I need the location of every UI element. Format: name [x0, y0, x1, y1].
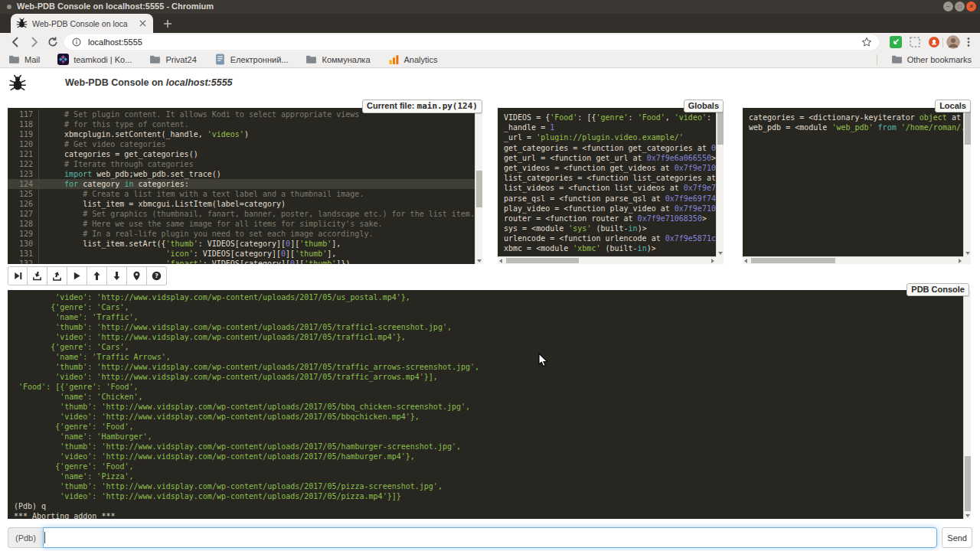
- pdb-prompt-label: (Pdb): [8, 527, 43, 548]
- console-line: {'genre': 'Cars',: [14, 302, 963, 312]
- console-panel-label: PDB Console: [906, 283, 969, 296]
- bookmark-item[interactable]: Коммуналка: [305, 54, 370, 65]
- locals-vscrollbar-thumb[interactable]: [965, 109, 971, 145]
- variable-line: web_pdb = <module 'web_pdb' from '/home/…: [743, 122, 963, 132]
- bookmark-label: Коммуналка: [322, 55, 370, 64]
- source-scrollbar-thumb[interactable]: [476, 171, 482, 207]
- tab-close-icon[interactable]: [137, 18, 148, 29]
- close-window-button[interactable]: ✕: [966, 2, 976, 11]
- variable-line: router = <function router at 0x7f9e71068…: [498, 214, 716, 223]
- other-bookmarks-label: Other bookmarks: [907, 55, 972, 64]
- extension-red-circle-icon[interactable]: [928, 36, 940, 48]
- scroll-right-icon[interactable]: [959, 259, 962, 263]
- bookmark-item[interactable]: Privat24: [149, 54, 196, 65]
- maximize-button[interactable]: □: [955, 2, 965, 11]
- where-button[interactable]: [127, 266, 147, 285]
- bookmark-item[interactable]: Analytics: [388, 54, 438, 65]
- scroll-down-icon[interactable]: [965, 252, 970, 255]
- scroll-right-icon[interactable]: [711, 259, 714, 263]
- line-number: 122: [8, 159, 39, 169]
- console-line: 'video': 'http://www.vidsplay.com/wp-con…: [14, 491, 963, 501]
- bookmark-label: Analytics: [404, 55, 438, 64]
- current-file-name: main.py(124): [417, 101, 478, 111]
- variable-line: xbmc = <module 'xbmc' (built-in)>: [498, 243, 716, 253]
- next-button[interactable]: [8, 266, 28, 285]
- profile-avatar[interactable]: [946, 35, 960, 49]
- console-line: 'thumb': 'http://www.vidsplay.com/wp-con…: [14, 362, 963, 372]
- minimize-button[interactable]: −: [943, 2, 953, 11]
- help-button[interactable]: ?: [147, 266, 167, 285]
- down-button[interactable]: [107, 266, 127, 285]
- url-text: localhost:5555: [88, 37, 861, 47]
- code-line-131: 131 'icon': VIDEOS[category][0]['thumb']…: [8, 249, 475, 259]
- variable-line: _url = 'plugin://plugin.video.example/': [498, 132, 716, 142]
- pdb-command-input[interactable]: [43, 527, 937, 548]
- line-number: 128: [8, 219, 39, 229]
- variable-line: get_url = <function get_url at 0x7f9e6a0…: [498, 153, 716, 163]
- pdb-prompt: (Pdb) Send: [8, 527, 972, 548]
- debug-toolbar: ?: [8, 266, 167, 285]
- locals-hscrollbar-thumb[interactable]: [751, 258, 835, 263]
- locals-panel-label: Locals: [935, 99, 971, 112]
- scroll-left-icon[interactable]: [744, 259, 747, 263]
- step-out-icon: [52, 271, 62, 281]
- step-button[interactable]: [28, 266, 47, 285]
- variable-line: play_video = <function play_video at 0x7…: [498, 204, 716, 214]
- locals-panel: Locals categories = <dictionary-keyitera…: [743, 108, 971, 264]
- variable-line: parse_qsl = <function parse_qsl at 0x7f9…: [498, 194, 716, 204]
- site-info-icon[interactable]: [71, 37, 82, 47]
- browser-tab[interactable]: Web-PDB Console on loca: [11, 14, 153, 33]
- line-number: 119: [8, 129, 39, 139]
- console-line: 'name': 'Pizza',: [14, 471, 963, 481]
- forward-button[interactable]: [28, 36, 41, 48]
- extension-selection-icon[interactable]: [909, 36, 921, 48]
- bookmarks-list: Mailteamkodi | Ko...Privat24Електронний.…: [8, 54, 456, 65]
- bookmark-item[interactable]: Електронний...: [214, 54, 289, 65]
- scrollbar-corner: [716, 256, 724, 264]
- bookmark-item[interactable]: teamkodi | Ko...: [57, 54, 132, 65]
- code-line-121: 121 categories = get_categories(): [8, 149, 475, 159]
- bookmark-label: Mail: [24, 55, 40, 64]
- variable-line: list_categories = <function list_categor…: [498, 173, 716, 183]
- browser-toolbar: localhost:5555: [0, 33, 980, 51]
- bookmarks-bar: Mailteamkodi | Ko...Privat24Електронний.…: [0, 51, 980, 68]
- return-button[interactable]: [47, 266, 67, 285]
- scroll-down-icon[interactable]: [965, 514, 970, 517]
- variable-line: urlencode = <function urlencode at 0x7f9…: [498, 233, 716, 243]
- new-tab-button[interactable]: [161, 17, 175, 31]
- omnibox[interactable]: localhost:5555: [64, 34, 879, 50]
- browser-menu-button[interactable]: [962, 36, 975, 48]
- console-scrollbar-thumb[interactable]: [965, 456, 971, 511]
- up-button[interactable]: [87, 266, 107, 285]
- locals-hscrollbar[interactable]: [743, 256, 963, 264]
- variable-line: list_videos = <function list_videos at 0…: [498, 183, 716, 193]
- bookmark-item[interactable]: Mail: [8, 54, 40, 65]
- continue-button[interactable]: [67, 266, 87, 285]
- scroll-down-icon[interactable]: [718, 252, 723, 255]
- other-bookmarks-button[interactable]: Other bookmarks: [877, 54, 972, 65]
- line-number: 127: [8, 209, 39, 219]
- back-button[interactable]: [9, 36, 21, 48]
- reload-button[interactable]: [47, 36, 59, 48]
- globals-hscrollbar[interactable]: [498, 256, 716, 264]
- scroll-down-icon[interactable]: [477, 259, 482, 262]
- console-line: *** Aborting addon ***: [14, 511, 963, 519]
- console-line: 'Food': [{'genre': 'Food',: [14, 382, 963, 392]
- line-number: 126: [8, 199, 39, 209]
- send-button[interactable]: Send: [942, 527, 972, 548]
- bookmark-star-icon[interactable]: [861, 37, 872, 47]
- app-icon: [7, 5, 11, 9]
- globals-vscrollbar-thumb[interactable]: [717, 109, 724, 145]
- globals-hscrollbar-thumb[interactable]: [506, 258, 579, 263]
- line-number: 118: [8, 119, 39, 129]
- console-scrollbar[interactable]: [963, 290, 971, 519]
- scroll-left-icon[interactable]: [499, 259, 502, 263]
- code-line-132: 132 'fanart': VIDEOS[category][0]['thumb…: [8, 259, 475, 264]
- source-scrollbar[interactable]: [475, 108, 482, 264]
- line-number: 123: [8, 169, 39, 179]
- globals-vscrollbar[interactable]: [716, 108, 724, 256]
- variable-line: get_videos = <function get_videos at 0x7…: [498, 163, 716, 173]
- locals-vscrollbar[interactable]: [963, 108, 971, 256]
- extension-green-arrow-icon[interactable]: [890, 36, 902, 48]
- source-panel: Current file: main.py(124) 117 # Set plu…: [8, 108, 482, 264]
